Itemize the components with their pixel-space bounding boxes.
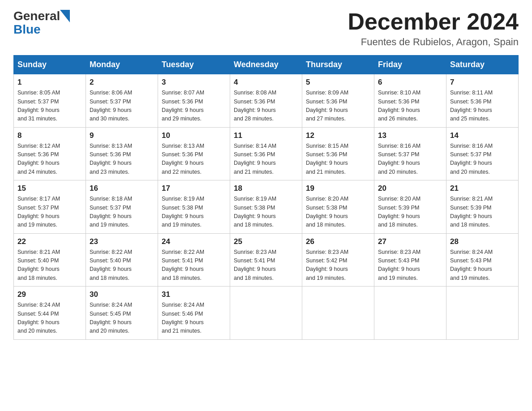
day-number: 2 [90, 78, 154, 87]
calendar-week-row: 8Sunrise: 8:12 AMSunset: 5:36 PMDaylight… [14, 127, 519, 180]
calendar-day-cell [302, 287, 374, 340]
calendar-day-cell: 5Sunrise: 8:09 AMSunset: 5:36 PMDaylight… [302, 74, 374, 128]
calendar-day-cell: 25Sunrise: 8:23 AMSunset: 5:41 PMDayligh… [230, 233, 302, 287]
calendar-day-cell: 27Sunrise: 8:23 AMSunset: 5:43 PMDayligh… [374, 233, 446, 287]
day-info: Sunrise: 8:14 AMSunset: 5:36 PMDaylight:… [234, 142, 298, 177]
day-info: Sunrise: 8:19 AMSunset: 5:38 PMDaylight:… [234, 195, 298, 230]
day-info: Sunrise: 8:20 AMSunset: 5:39 PMDaylight:… [378, 195, 442, 230]
day-info: Sunrise: 8:06 AMSunset: 5:37 PMDaylight:… [90, 89, 154, 124]
calendar-day-cell: 12Sunrise: 8:15 AMSunset: 5:36 PMDayligh… [302, 127, 374, 180]
day-info: Sunrise: 8:24 AMSunset: 5:43 PMDaylight:… [450, 248, 515, 283]
day-info: Sunrise: 8:20 AMSunset: 5:38 PMDaylight:… [306, 195, 370, 230]
calendar-day-cell: 22Sunrise: 8:21 AMSunset: 5:40 PMDayligh… [14, 233, 86, 287]
day-info: Sunrise: 8:07 AMSunset: 5:36 PMDaylight:… [162, 89, 226, 124]
day-info: Sunrise: 8:09 AMSunset: 5:36 PMDaylight:… [306, 89, 370, 124]
calendar-day-cell: 21Sunrise: 8:21 AMSunset: 5:39 PMDayligh… [446, 180, 519, 234]
calendar-day-cell: 13Sunrise: 8:16 AMSunset: 5:37 PMDayligh… [374, 127, 446, 180]
day-info: Sunrise: 8:16 AMSunset: 5:37 PMDaylight:… [378, 142, 442, 177]
day-info: Sunrise: 8:24 AMSunset: 5:46 PMDaylight:… [162, 301, 226, 336]
header-thursday: Thursday [302, 56, 374, 74]
calendar-day-cell: 15Sunrise: 8:17 AMSunset: 5:37 PMDayligh… [14, 180, 86, 234]
calendar-week-row: 1Sunrise: 8:05 AMSunset: 5:37 PMDaylight… [14, 74, 519, 128]
day-number: 31 [162, 290, 226, 299]
logo-blue-text: Blue [13, 22, 41, 37]
calendar-day-cell [374, 287, 446, 340]
day-info: Sunrise: 8:13 AMSunset: 5:36 PMDaylight:… [90, 142, 154, 177]
calendar-day-cell: 28Sunrise: 8:24 AMSunset: 5:43 PMDayligh… [446, 233, 519, 287]
day-number: 28 [450, 237, 515, 246]
logo-general-text: General [13, 9, 60, 23]
day-info: Sunrise: 8:21 AMSunset: 5:40 PMDaylight:… [17, 248, 82, 283]
day-number: 4 [234, 78, 298, 87]
calendar-day-cell: 30Sunrise: 8:24 AMSunset: 5:45 PMDayligh… [86, 287, 158, 340]
day-info: Sunrise: 8:18 AMSunset: 5:37 PMDaylight:… [90, 195, 154, 230]
day-number: 7 [450, 78, 515, 87]
day-number: 23 [90, 237, 154, 246]
calendar-day-cell: 19Sunrise: 8:20 AMSunset: 5:38 PMDayligh… [302, 180, 374, 234]
day-number: 17 [162, 184, 226, 193]
day-number: 12 [306, 131, 370, 140]
calendar-day-cell: 7Sunrise: 8:11 AMSunset: 5:36 PMDaylight… [446, 74, 519, 128]
month-title: December 2024 [348, 9, 519, 34]
calendar-day-cell: 24Sunrise: 8:22 AMSunset: 5:41 PMDayligh… [158, 233, 230, 287]
day-info: Sunrise: 8:11 AMSunset: 5:36 PMDaylight:… [450, 89, 515, 124]
day-info: Sunrise: 8:23 AMSunset: 5:42 PMDaylight:… [306, 248, 370, 283]
day-info: Sunrise: 8:19 AMSunset: 5:38 PMDaylight:… [162, 195, 226, 230]
calendar-day-cell: 6Sunrise: 8:10 AMSunset: 5:36 PMDaylight… [374, 74, 446, 128]
calendar-day-cell: 17Sunrise: 8:19 AMSunset: 5:38 PMDayligh… [158, 180, 230, 234]
location-subtitle: Fuentes de Rubielos, Aragon, Spain [348, 36, 519, 48]
day-number: 10 [162, 131, 226, 140]
calendar-day-cell: 2Sunrise: 8:06 AMSunset: 5:37 PMDaylight… [86, 74, 158, 128]
calendar-day-cell: 31Sunrise: 8:24 AMSunset: 5:46 PMDayligh… [158, 287, 230, 340]
day-info: Sunrise: 8:24 AMSunset: 5:44 PMDaylight:… [17, 301, 82, 336]
day-number: 9 [90, 131, 154, 140]
page-header: General Blue December 2024 Fuentes de Ru… [13, 9, 519, 48]
calendar-day-cell: 11Sunrise: 8:14 AMSunset: 5:36 PMDayligh… [230, 127, 302, 180]
day-info: Sunrise: 8:23 AMSunset: 5:41 PMDaylight:… [234, 248, 298, 283]
day-info: Sunrise: 8:08 AMSunset: 5:36 PMDaylight:… [234, 89, 298, 124]
calendar-week-row: 29Sunrise: 8:24 AMSunset: 5:44 PMDayligh… [14, 287, 519, 340]
day-info: Sunrise: 8:17 AMSunset: 5:37 PMDaylight:… [17, 195, 82, 230]
day-number: 16 [90, 184, 154, 193]
header-friday: Friday [374, 56, 446, 74]
day-number: 25 [234, 237, 298, 246]
header-sunday: Sunday [14, 56, 86, 74]
calendar-day-cell: 23Sunrise: 8:22 AMSunset: 5:40 PMDayligh… [86, 233, 158, 287]
calendar-day-cell: 18Sunrise: 8:19 AMSunset: 5:38 PMDayligh… [230, 180, 302, 234]
calendar-day-cell [446, 287, 519, 340]
header-wednesday: Wednesday [230, 56, 302, 74]
calendar-day-cell: 14Sunrise: 8:16 AMSunset: 5:37 PMDayligh… [446, 127, 519, 180]
day-number: 30 [90, 290, 154, 299]
day-info: Sunrise: 8:16 AMSunset: 5:37 PMDaylight:… [450, 142, 515, 177]
day-info: Sunrise: 8:21 AMSunset: 5:39 PMDaylight:… [450, 195, 515, 230]
calendar-day-cell: 8Sunrise: 8:12 AMSunset: 5:36 PMDaylight… [14, 127, 86, 180]
day-number: 22 [17, 237, 82, 246]
day-info: Sunrise: 8:24 AMSunset: 5:45 PMDaylight:… [90, 301, 154, 336]
day-number: 18 [234, 184, 298, 193]
day-info: Sunrise: 8:12 AMSunset: 5:36 PMDaylight:… [17, 142, 82, 177]
calendar-day-cell: 29Sunrise: 8:24 AMSunset: 5:44 PMDayligh… [14, 287, 86, 340]
calendar-week-row: 22Sunrise: 8:21 AMSunset: 5:40 PMDayligh… [14, 233, 519, 287]
day-info: Sunrise: 8:15 AMSunset: 5:36 PMDaylight:… [306, 142, 370, 177]
day-number: 21 [450, 184, 515, 193]
calendar-day-cell: 20Sunrise: 8:20 AMSunset: 5:39 PMDayligh… [374, 180, 446, 234]
day-number: 14 [450, 131, 515, 140]
calendar-day-cell: 16Sunrise: 8:18 AMSunset: 5:37 PMDayligh… [86, 180, 158, 234]
day-number: 1 [17, 78, 82, 87]
day-number: 27 [378, 237, 442, 246]
calendar-day-cell: 1Sunrise: 8:05 AMSunset: 5:37 PMDaylight… [14, 74, 86, 128]
calendar-day-cell: 4Sunrise: 8:08 AMSunset: 5:36 PMDaylight… [230, 74, 302, 128]
day-info: Sunrise: 8:05 AMSunset: 5:37 PMDaylight:… [17, 89, 82, 124]
day-number: 26 [306, 237, 370, 246]
calendar-day-cell: 3Sunrise: 8:07 AMSunset: 5:36 PMDaylight… [158, 74, 230, 128]
calendar-header-row: SundayMondayTuesdayWednesdayThursdayFrid… [14, 56, 519, 74]
day-number: 8 [17, 131, 82, 140]
day-number: 6 [378, 78, 442, 87]
day-info: Sunrise: 8:22 AMSunset: 5:40 PMDaylight:… [90, 248, 154, 283]
day-info: Sunrise: 8:10 AMSunset: 5:36 PMDaylight:… [378, 89, 442, 124]
day-number: 24 [162, 237, 226, 246]
calendar-week-row: 15Sunrise: 8:17 AMSunset: 5:37 PMDayligh… [14, 180, 519, 234]
day-number: 5 [306, 78, 370, 87]
day-number: 19 [306, 184, 370, 193]
day-number: 29 [17, 290, 82, 299]
